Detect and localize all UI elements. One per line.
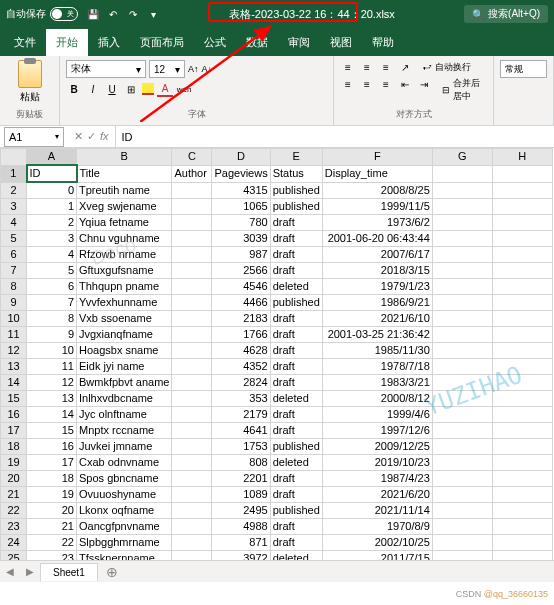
cell[interactable]: 2566	[212, 263, 270, 279]
cell[interactable]: Juvkei jmname	[77, 439, 172, 455]
cell[interactable]: deleted	[270, 455, 322, 471]
cell[interactable]: 871	[212, 535, 270, 551]
cell[interactable]: 4988	[212, 519, 270, 535]
cell[interactable]	[492, 279, 552, 295]
cell[interactable]: 2179	[212, 407, 270, 423]
cell[interactable]	[432, 199, 492, 215]
cell[interactable]: Tpreutih name	[77, 182, 172, 199]
sheet-tab[interactable]: Sheet1	[40, 563, 98, 581]
cell[interactable]: 2183	[212, 311, 270, 327]
cell[interactable]: Display_time	[322, 165, 432, 182]
cell[interactable]	[432, 423, 492, 439]
cell[interactable]	[172, 423, 212, 439]
search-box[interactable]: 🔍 搜索(Alt+Q)	[464, 5, 548, 23]
cell[interactable]: Bwmkfpbvt aname	[77, 375, 172, 391]
cell[interactable]: 1753	[212, 439, 270, 455]
cell[interactable]: 2201	[212, 471, 270, 487]
cell[interactable]	[492, 311, 552, 327]
cell[interactable]	[492, 231, 552, 247]
cell[interactable]: published	[270, 199, 322, 215]
cell[interactable]	[492, 359, 552, 375]
row-header[interactable]: 10	[1, 311, 27, 327]
cell[interactable]: 2021/11/14	[322, 503, 432, 519]
cell[interactable]: deleted	[270, 551, 322, 561]
cell[interactable]	[172, 407, 212, 423]
cell[interactable]: draft	[270, 311, 322, 327]
align-right-icon[interactable]: ≡	[378, 77, 394, 91]
row-header[interactable]: 5	[1, 231, 27, 247]
cell[interactable]: 1983/3/21	[322, 375, 432, 391]
align-top-icon[interactable]: ≡	[340, 60, 356, 74]
cell[interactable]: 1065	[212, 199, 270, 215]
toggle-switch[interactable]: 关	[50, 7, 78, 21]
cell[interactable]: 2000/8/12	[322, 391, 432, 407]
cell[interactable]: published	[270, 295, 322, 311]
merge-center-button[interactable]: ⊟合并后居中	[442, 77, 487, 103]
row-header[interactable]: 17	[1, 423, 27, 439]
cell[interactable]: 4352	[212, 359, 270, 375]
cell[interactable]	[172, 455, 212, 471]
cell[interactable]: 1986/9/21	[322, 295, 432, 311]
cell[interactable]: 14	[27, 407, 77, 423]
cell[interactable]: Hoagsbx sname	[77, 343, 172, 359]
cell[interactable]	[492, 455, 552, 471]
row-header[interactable]: 7	[1, 263, 27, 279]
cell[interactable]: draft	[270, 423, 322, 439]
cell[interactable]	[432, 359, 492, 375]
column-header[interactable]: B	[77, 149, 172, 166]
tab-file[interactable]: 文件	[4, 29, 46, 56]
cell[interactable]: 2019/10/23	[322, 455, 432, 471]
cell[interactable]	[492, 375, 552, 391]
cell[interactable]: 353	[212, 391, 270, 407]
tab-insert[interactable]: 插入	[88, 29, 130, 56]
cell[interactable]: 2009/12/25	[322, 439, 432, 455]
cell[interactable]: 4641	[212, 423, 270, 439]
cell[interactable]: draft	[270, 487, 322, 503]
cell[interactable]: 4546	[212, 279, 270, 295]
cell[interactable]: Inlhxvdbcname	[77, 391, 172, 407]
cell[interactable]: 1089	[212, 487, 270, 503]
cell[interactable]: 9	[27, 327, 77, 343]
cell[interactable]: draft	[270, 327, 322, 343]
border-button[interactable]: ⊞	[123, 81, 139, 97]
sheet-nav-prev-icon[interactable]: ◀	[0, 566, 20, 577]
cell[interactable]: 780	[212, 215, 270, 231]
cell[interactable]: 4315	[212, 182, 270, 199]
cell[interactable]	[432, 215, 492, 231]
cell[interactable]: 19	[27, 487, 77, 503]
row-header[interactable]: 19	[1, 455, 27, 471]
row-header[interactable]: 11	[1, 327, 27, 343]
cell[interactable]: 808	[212, 455, 270, 471]
row-header[interactable]: 18	[1, 439, 27, 455]
cell[interactable]	[172, 375, 212, 391]
cell[interactable]: 1979/1/23	[322, 279, 432, 295]
cell[interactable]	[432, 439, 492, 455]
cell[interactable]: 11	[27, 359, 77, 375]
cell[interactable]	[432, 182, 492, 199]
save-icon[interactable]: 💾	[86, 7, 100, 21]
wrap-text-button[interactable]: ⮐自动换行	[423, 60, 471, 74]
cell[interactable]: 7	[27, 295, 77, 311]
cell[interactable]: Jvgxianqfname	[77, 327, 172, 343]
cell[interactable]	[172, 182, 212, 199]
tab-help[interactable]: 帮助	[362, 29, 404, 56]
cell[interactable]: Gftuxgufsname	[77, 263, 172, 279]
cell[interactable]: 22	[27, 535, 77, 551]
cell[interactable]	[432, 375, 492, 391]
row-header[interactable]: 8	[1, 279, 27, 295]
column-header[interactable]: D	[212, 149, 270, 166]
cell[interactable]: 1987/4/23	[322, 471, 432, 487]
tab-view[interactable]: 视图	[320, 29, 362, 56]
cell[interactable]	[172, 551, 212, 561]
cell[interactable]	[492, 295, 552, 311]
formula-input[interactable]: ID	[115, 126, 554, 147]
cell[interactable]: 4466	[212, 295, 270, 311]
number-format-selector[interactable]: 常规	[500, 60, 547, 78]
cell[interactable]: published	[270, 182, 322, 199]
column-header[interactable]: H	[492, 149, 552, 166]
cell[interactable]: published	[270, 503, 322, 519]
tab-review[interactable]: 审阅	[278, 29, 320, 56]
cell[interactable]: draft	[270, 471, 322, 487]
column-header[interactable]: A	[27, 149, 77, 166]
cell[interactable]: 2824	[212, 375, 270, 391]
